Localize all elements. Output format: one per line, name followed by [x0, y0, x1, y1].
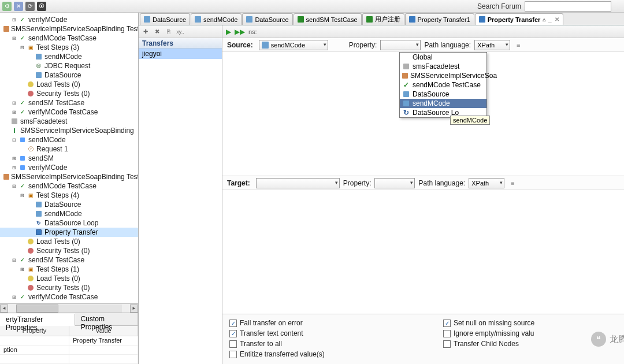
tree-node[interactable]: ⊟✓sendMCode TestCase	[0, 181, 138, 191]
tab-close-icon[interactable]: ✕	[555, 16, 559, 23]
tool-icon-3[interactable]: ⟳	[25, 2, 35, 11]
expand-icon[interactable]: ⊞	[18, 266, 25, 273]
dropdown-item[interactable]: Global	[400, 53, 486, 62]
source-property-combo[interactable]	[380, 40, 421, 50]
ns-label[interactable]: ns:	[248, 28, 257, 35]
value-cell[interactable]: Property Transfer	[69, 336, 138, 345]
expand-icon[interactable]	[18, 81, 25, 88]
tree-node[interactable]: ⛁JDBC Request	[0, 61, 138, 70]
tree-node[interactable]: DataSource	[0, 200, 138, 209]
run-all-icon[interactable]: ▶▶	[235, 28, 245, 36]
editor-tab[interactable]: 用户注册	[362, 13, 404, 25]
dropdown-item[interactable]: sendMCode	[400, 99, 486, 108]
editor-tab[interactable]: DataSource	[242, 13, 292, 25]
checkbox[interactable]	[229, 340, 237, 348]
dropdown-item[interactable]: SMSServiceImplServiceSoa	[400, 71, 486, 80]
tree-node[interactable]: ⊞sendSM	[0, 154, 138, 163]
expand-icon[interactable]	[18, 238, 25, 245]
tree-node[interactable]: Property Transfer	[0, 228, 138, 237]
target-wizard-icon[interactable]: ≡	[508, 179, 517, 188]
expand-icon[interactable]	[18, 284, 25, 291]
expand-icon[interactable]	[2, 118, 9, 125]
tree-node[interactable]: ⊟sendMCode	[0, 135, 138, 144]
editor-tab[interactable]: Property Transfer▵ _✕	[475, 13, 563, 25]
dropdown-item[interactable]: ✓sendMCode TestCase	[400, 80, 486, 90]
expand-icon[interactable]	[18, 90, 25, 97]
editor-tab[interactable]: sendMCode	[191, 13, 242, 25]
expand-icon[interactable]	[27, 201, 34, 208]
tree-node[interactable]: ⊟▣Test Steps (3)	[0, 43, 138, 52]
tree-node[interactable]: Security Tests (0)	[0, 246, 138, 255]
tool-icon-4[interactable]: ⦿	[37, 2, 46, 11]
tree-node[interactable]: ⊞✓sendSM TestCase	[0, 98, 138, 107]
expand-icon[interactable]	[27, 229, 34, 236]
expand-icon[interactable]: ⊟	[10, 257, 17, 263]
expand-icon[interactable]	[2, 127, 9, 134]
expand-icon[interactable]	[27, 220, 34, 226]
tree-scrollbar[interactable]: ◄ ►	[0, 303, 138, 313]
copy-transfer-icon[interactable]: ⎘	[164, 27, 173, 36]
tool-icon-1[interactable]: ⚙	[2, 2, 12, 11]
tree-node[interactable]: DataSource	[0, 70, 138, 80]
expand-icon[interactable]: ⊞	[10, 16, 17, 23]
expand-icon[interactable]: ⊞	[10, 294, 17, 300]
target-lang-combo[interactable]: XPath	[469, 178, 504, 188]
scroll-right-icon[interactable]: ►	[130, 304, 138, 313]
tree-node[interactable]: Security Tests (0)	[0, 283, 138, 292]
transfer-item[interactable]: jiegyoi	[139, 49, 222, 59]
tree-node[interactable]: Load Tests (0)	[0, 237, 138, 246]
expand-icon[interactable]	[27, 53, 34, 60]
tree-node[interactable]: ⊞✓verifyMCode TestCase	[0, 107, 138, 117]
tree-node[interactable]: Load Tests (0)	[0, 80, 138, 89]
target-editor[interactable]	[222, 190, 624, 314]
dropdown-item[interactable]: smsFacadetest	[400, 62, 486, 71]
expand-icon[interactable]	[18, 247, 25, 254]
source-step-dropdown[interactable]: GlobalsmsFacadetestSMSServiceImplService…	[399, 52, 487, 118]
rename-transfer-icon[interactable]: xy..	[176, 27, 185, 36]
tree-node[interactable]: SMSServiceImplServiceSoapBinding TestSui…	[0, 172, 138, 181]
expand-icon[interactable]: ⊟	[18, 44, 25, 51]
tree-node[interactable]: smsFacadetest	[0, 117, 138, 126]
expand-icon[interactable]: ⊟	[18, 192, 25, 199]
expand-icon[interactable]	[27, 210, 34, 217]
expand-icon[interactable]: ⊟	[10, 136, 17, 143]
tree-node[interactable]: ⊟✓sendSM TestCase	[0, 255, 138, 265]
tree-node[interactable]: ⓡRequest 1	[0, 144, 138, 154]
dropdown-item[interactable]: DataSource	[400, 90, 486, 99]
expand-icon[interactable]: ⊞	[10, 164, 17, 171]
expand-icon[interactable]	[18, 146, 25, 153]
expand-icon[interactable]: ⊟	[10, 183, 17, 190]
value-cell[interactable]	[69, 346, 138, 354]
source-lang-combo[interactable]: XPath	[474, 40, 510, 50]
tab-custom-properties[interactable]: Custom Properties	[75, 313, 138, 325]
tree-node[interactable]: Load Tests (0)	[0, 274, 138, 283]
prop-cell[interactable]: ption	[0, 346, 69, 354]
add-transfer-icon[interactable]: ✚	[141, 27, 150, 36]
editor-tab[interactable]: DataSource	[140, 13, 190, 25]
remove-transfer-icon[interactable]: ✖	[153, 27, 162, 36]
tab-transfer-properties[interactable]: ertyTransfer Properties	[0, 314, 75, 326]
expand-icon[interactable]: ⊟	[10, 35, 17, 42]
editor-tab[interactable]: Property Transfer1	[405, 13, 474, 25]
tree-node[interactable]: ⊞▣Test Steps (1)	[0, 265, 138, 274]
prop-cell[interactable]	[0, 336, 69, 345]
tree-node[interactable]: SMSServiceImplServiceSoapBinding TestSui…	[0, 24, 138, 34]
expand-icon[interactable]	[18, 275, 25, 282]
checkbox[interactable]	[443, 320, 451, 327]
tree-node[interactable]: ⊞verifyMCode	[0, 163, 138, 172]
tree-node[interactable]: sendMCode	[0, 52, 138, 61]
checkbox[interactable]	[443, 340, 451, 348]
checkbox[interactable]	[229, 320, 237, 327]
expand-icon[interactable]: ⊞	[10, 109, 17, 116]
scroll-left-icon[interactable]: ◄	[0, 304, 8, 313]
expand-icon[interactable]	[27, 72, 34, 79]
tree-node[interactable]: ⊞✓verifyMCode TestCase	[0, 292, 138, 302]
source-step-combo[interactable]: sendMCode	[259, 40, 328, 50]
tab-min-icon[interactable]: ▵ _	[543, 16, 551, 23]
checkbox[interactable]	[229, 330, 237, 337]
expand-icon[interactable]	[27, 62, 34, 69]
tree-node[interactable]: ISMSServiceImplServiceSoapBinding	[0, 126, 138, 135]
target-step-combo[interactable]	[256, 178, 340, 188]
search-forum-input[interactable]	[525, 1, 611, 12]
tree-node[interactable]: Security Tests (0)	[0, 89, 138, 98]
